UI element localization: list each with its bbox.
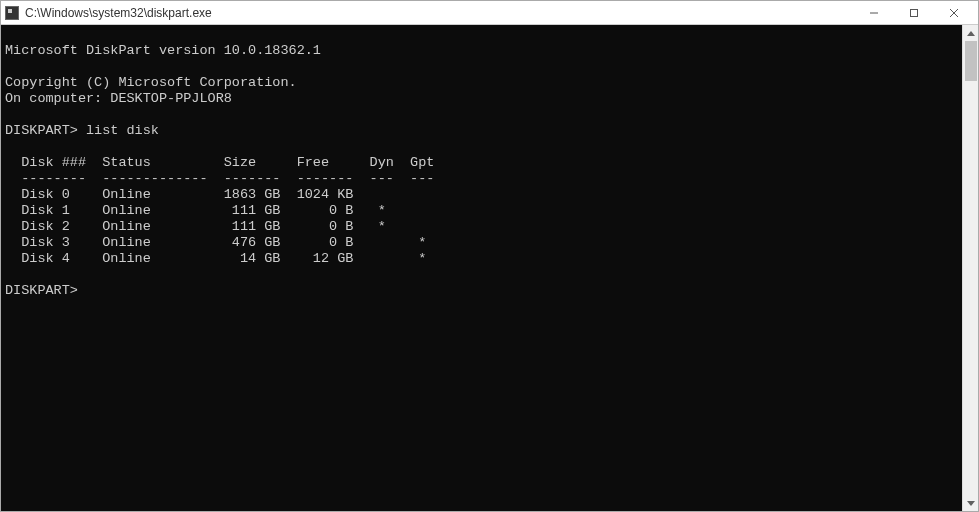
titlebar[interactable]: C:\Windows\system32\diskpart.exe	[1, 1, 978, 25]
maximize-button[interactable]	[894, 2, 934, 24]
minimize-button[interactable]	[854, 2, 894, 24]
scrollbar-thumb[interactable]	[965, 41, 977, 81]
console-area: Microsoft DiskPart version 10.0.18362.1 …	[1, 25, 978, 511]
scroll-down-button[interactable]	[963, 495, 978, 511]
svg-rect-1	[911, 9, 918, 16]
minimize-icon	[869, 8, 879, 18]
diskpart-window: C:\Windows\system32\diskpart.exe Microso…	[0, 0, 979, 512]
chevron-up-icon	[967, 31, 975, 36]
maximize-icon	[909, 8, 919, 18]
close-icon	[949, 8, 959, 18]
window-controls	[854, 2, 974, 24]
close-button[interactable]	[934, 2, 974, 24]
window-title: C:\Windows\system32\diskpart.exe	[25, 6, 854, 20]
app-icon	[5, 6, 19, 20]
chevron-down-icon	[967, 501, 975, 506]
vertical-scrollbar[interactable]	[962, 25, 978, 511]
scroll-up-button[interactable]	[963, 25, 978, 41]
console-output[interactable]: Microsoft DiskPart version 10.0.18362.1 …	[1, 25, 962, 511]
